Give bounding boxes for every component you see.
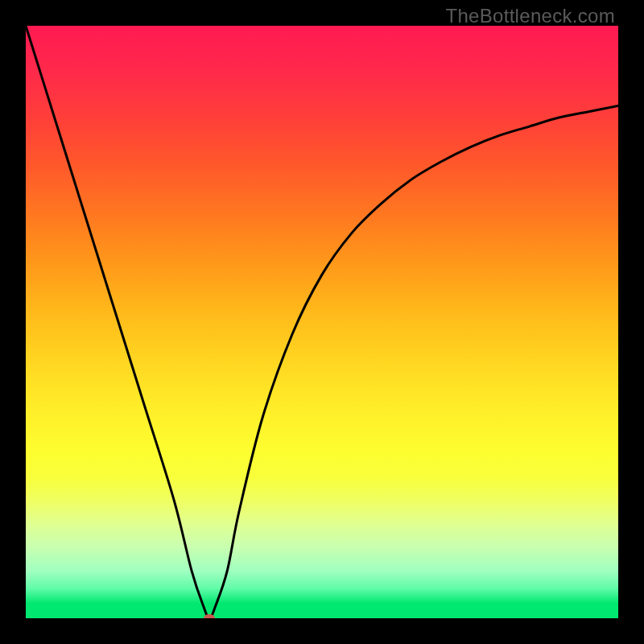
bottleneck-curve-path [26,26,618,618]
optimal-point-marker [204,614,215,618]
watermark-text: TheBottleneck.com [445,5,615,27]
chart-plot-area [26,26,618,618]
chart-curve-svg [26,26,618,618]
